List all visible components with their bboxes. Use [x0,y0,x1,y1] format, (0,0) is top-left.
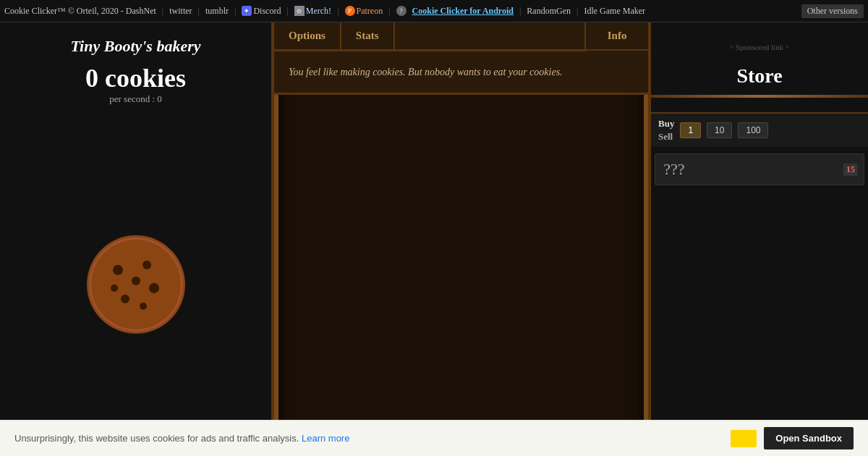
svg-point-9 [132,276,140,285]
separator-8: | [576,6,578,17]
store-title: Store [651,57,868,95]
android-link[interactable]: Cookie Clicker for Android [412,6,514,17]
other-versions-button[interactable]: Other versions [801,4,864,18]
tumblr-link[interactable]: tumblr [205,6,229,17]
store-item[interactable]: ??? 15 [655,153,864,185]
cookie-consent-banner: Unsurprisingly, this website uses cookie… [0,420,868,456]
randomgen-link[interactable]: RandomGen [527,6,571,17]
banner-text: Unsurprisingly, this website uses cookie… [14,433,349,444]
separator-5: | [337,6,339,17]
separator-3: | [234,6,236,17]
left-panel: Tiny Booty's bakery 0 cookies per second… [0,22,271,456]
open-sandbox-button[interactable]: Open Sandbox [764,427,854,449]
merch-link[interactable]: ✿ Merch! [294,6,331,17]
patreon-icon: P [345,6,355,16]
svg-point-4 [142,261,151,269]
qty-100-button[interactable]: 100 [738,122,768,138]
svg-point-8 [111,284,118,292]
banner-right: Open Sandbox [731,427,854,449]
qty-10-button[interactable]: 10 [707,122,732,138]
separator-1: | [162,6,163,17]
tab-stats[interactable]: Stats [341,22,395,49]
discord-icon: ✦ [242,6,252,16]
patreon-link[interactable]: P Patreon [345,6,383,17]
buy-label: Buy [658,118,674,130]
svg-point-7 [140,303,147,310]
store-item-icon: ??? [661,160,687,179]
tabs-row: Options Stats Info Legacy [274,22,648,51]
separator-7: | [519,6,521,17]
sandbox-indicator [731,430,757,447]
per-second-rate: per second : 0 [0,93,271,112]
bakery-name: Tiny Booty's bakery [0,22,271,59]
svg-point-3 [113,265,123,275]
store-divider [651,95,868,98]
main-layout: Tiny Booty's bakery 0 cookies per second… [0,22,868,456]
middle-content-area [274,95,648,456]
sell-label: Sell [658,131,674,143]
svg-point-6 [121,295,129,303]
store-items-list: ??? 15 [651,147,868,456]
qty-1-button[interactable]: 1 [680,122,701,138]
learn-more-link[interactable]: Learn more [302,433,349,444]
top-navigation: Cookie Clicker™ © Orteil, 2020 - DashNet… [0,0,868,22]
tab-info[interactable]: Info [584,22,648,51]
separator-6: | [388,6,390,17]
right-panel: ^ Sponsored link ^ Store Buy Sell 1 10 1… [651,22,868,456]
svg-point-5 [149,283,159,293]
help-icon[interactable]: ? [396,6,407,16]
sponsored-link-text: ^ Sponsored link ^ [651,37,868,57]
tab-options[interactable]: Options [274,22,341,49]
discord-link[interactable]: ✦ Discord [242,6,281,17]
copyright-text: Cookie Clicker™ © Orteil, 2020 - DashNet [4,6,156,17]
separator-4: | [286,6,288,17]
message-area: You feel like making cookies. But nobody… [274,51,648,95]
middle-panel: Options Stats Info Legacy You feel like … [271,22,651,456]
separator-2: | [198,6,200,17]
cookie-count: 0 cookies [0,59,271,93]
merch-icon: ✿ [294,6,305,16]
cookie-click-area[interactable] [0,112,271,456]
store-item-count: 15 [843,164,858,176]
buy-sell-row: Buy Sell 1 10 100 [651,112,868,147]
twitter-link[interactable]: twitter [169,6,192,17]
cookie-svg [82,230,190,339]
idle-game-maker-link[interactable]: Idle Game Maker [584,6,645,17]
